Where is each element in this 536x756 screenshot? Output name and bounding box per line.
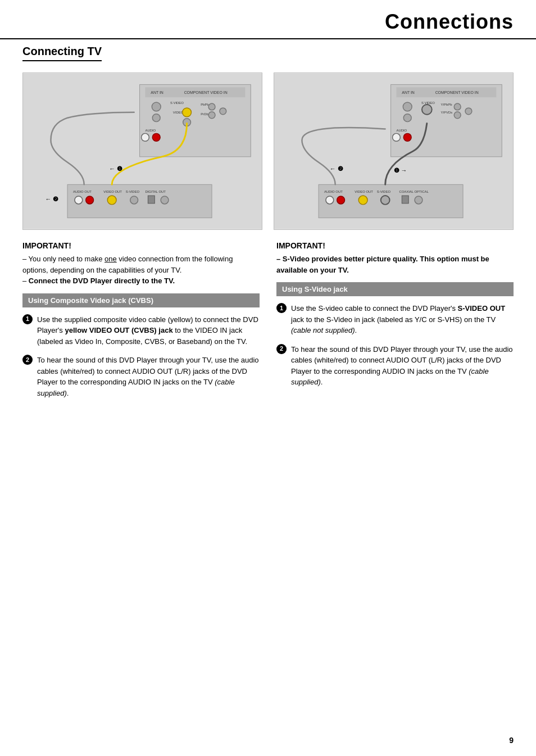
section-heading: Connecting TV — [22, 45, 102, 61]
svg-point-45 — [465, 108, 472, 115]
svg-point-47 — [393, 133, 401, 141]
svg-point-21 — [75, 196, 83, 204]
svg-text:ANT IN: ANT IN — [151, 90, 163, 94]
right-item-2-number: 2 — [276, 344, 287, 354]
svg-point-17 — [142, 133, 149, 141]
svg-point-9 — [183, 108, 192, 117]
svg-point-22 — [86, 196, 94, 204]
left-item-1: 1 Use the supplied composite video cable… — [22, 314, 260, 347]
left-important-text: – You only need to make one video connec… — [22, 253, 260, 287]
right-content-col: IMPORTANT! – S-Video provides better pic… — [276, 241, 514, 406]
svg-point-39 — [403, 114, 411, 122]
right-section-bar: Using S-Video jack — [276, 282, 514, 296]
left-important-line1: – You only need to make one video connec… — [22, 255, 233, 274]
svg-text:← ❷: ← ❷ — [330, 165, 343, 172]
svg-text:S VIDEO: S VIDEO — [170, 101, 184, 105]
content-row: IMPORTANT! – You only need to make one v… — [22, 241, 514, 406]
svg-text:S-VIDEO: S-VIDEO — [126, 190, 140, 193]
diagrams-row: ANT IN COMPONENT VIDEO IN S VIDEO VIDEO … — [22, 73, 514, 230]
svg-point-51 — [326, 196, 334, 204]
left-diagram: ANT IN COMPONENT VIDEO IN S VIDEO VIDEO … — [22, 73, 262, 230]
right-item-1-text: Use the S-video cable to connect the DVD… — [291, 303, 514, 336]
svg-text:COMPONENT VIDEO IN: COMPONENT VIDEO IN — [435, 90, 479, 94]
svg-text:← ❷: ← ❷ — [46, 196, 59, 202]
svg-text:VIDEO OUT: VIDEO OUT — [103, 190, 122, 193]
svg-point-54 — [358, 196, 367, 205]
svg-text:PrDb: PrDb — [201, 112, 208, 116]
svg-text:AUDIO: AUDIO — [145, 129, 156, 132]
svg-text:PbPb: PbPb — [201, 103, 209, 106]
left-content-col: IMPORTANT! – You only need to make one v… — [22, 241, 260, 406]
svg-text:S-VIDEO: S-VIDEO — [377, 190, 391, 193]
svg-point-56 — [381, 196, 390, 205]
right-diagram: ANT IN COMPONENT VIDEO IN S VIDEO Y/PbPb… — [274, 73, 514, 230]
svg-text:COMPONENT VIDEO IN: COMPONENT VIDEO IN — [184, 90, 228, 94]
page-header: Connections — [0, 0, 536, 39]
svg-point-40 — [422, 105, 432, 115]
svg-text:VIDEO OUT: VIDEO OUT — [355, 190, 373, 193]
svg-text:❶ →: ❶ → — [394, 167, 407, 174]
svg-point-52 — [337, 196, 345, 204]
left-diagram-svg: ANT IN COMPONENT VIDEO IN S VIDEO VIDEO … — [23, 73, 262, 229]
right-important-line1: – S-Video provides better picture qualit… — [276, 255, 489, 274]
left-section-bar: Using Composite Video jack (CVBS) — [22, 293, 260, 307]
page-title: Connections — [22, 10, 514, 34]
svg-point-48 — [403, 133, 411, 141]
svg-point-43 — [454, 103, 461, 110]
svg-text:← ❶: ← ❶ — [109, 165, 122, 172]
right-item-2-text: To hear the sound of this DVD Player thr… — [291, 344, 514, 388]
svg-rect-28 — [148, 196, 155, 203]
svg-text:COAXIAL OPTICAL: COAXIAL OPTICAL — [399, 190, 429, 193]
svg-point-7 — [152, 114, 160, 122]
svg-point-59 — [415, 196, 423, 204]
svg-point-13 — [208, 103, 215, 110]
svg-text:AUDIO: AUDIO — [396, 129, 407, 132]
svg-point-14 — [208, 112, 215, 119]
right-item-1: 1 Use the S-video cable to connect the D… — [276, 303, 514, 336]
svg-text:S VIDEO: S VIDEO — [421, 101, 435, 105]
right-important-text: – S-Video provides better picture qualit… — [276, 253, 514, 275]
svg-point-6 — [152, 102, 161, 111]
right-item-1-number: 1 — [276, 303, 287, 313]
svg-point-38 — [403, 102, 412, 111]
left-item-2-text: To hear the sound of this DVD Player thr… — [37, 355, 260, 399]
svg-point-44 — [454, 112, 461, 119]
left-important-label: IMPORTANT! — [22, 241, 260, 250]
svg-point-18 — [152, 133, 160, 141]
section-title-wrapper: Connecting TV — [22, 45, 536, 61]
svg-rect-58 — [402, 196, 408, 203]
left-item-1-text: Use the supplied composite video cable (… — [37, 314, 260, 347]
left-item-2: 2 To hear the sound of this DVD Player t… — [22, 355, 260, 399]
svg-point-29 — [161, 196, 169, 204]
svg-point-26 — [130, 196, 138, 204]
right-important-label: IMPORTANT! — [276, 241, 514, 250]
left-important-line2: – Connect the DVD Player directly to the… — [22, 277, 175, 285]
svg-text:DIGITAL OUT: DIGITAL OUT — [145, 190, 166, 193]
svg-text:Y/PVDs: Y/PVDs — [441, 111, 453, 114]
svg-point-24 — [107, 196, 116, 205]
svg-text:AUDIO OUT: AUDIO OUT — [324, 190, 343, 193]
svg-text:Y/PbPb: Y/PbPb — [441, 103, 453, 106]
right-diagram-svg: ANT IN COMPONENT VIDEO IN S VIDEO Y/PbPb… — [274, 73, 513, 229]
page-number: 9 — [509, 736, 514, 745]
left-item-1-number: 1 — [22, 314, 33, 324]
svg-text:AUDIO OUT: AUDIO OUT — [73, 190, 92, 193]
svg-text:ANT IN: ANT IN — [402, 90, 415, 94]
left-item-2-number: 2 — [22, 355, 33, 365]
section-title: Connecting TV — [22, 45, 102, 61]
svg-point-15 — [220, 108, 226, 115]
right-item-2: 2 To hear the sound of this DVD Player t… — [276, 344, 514, 388]
